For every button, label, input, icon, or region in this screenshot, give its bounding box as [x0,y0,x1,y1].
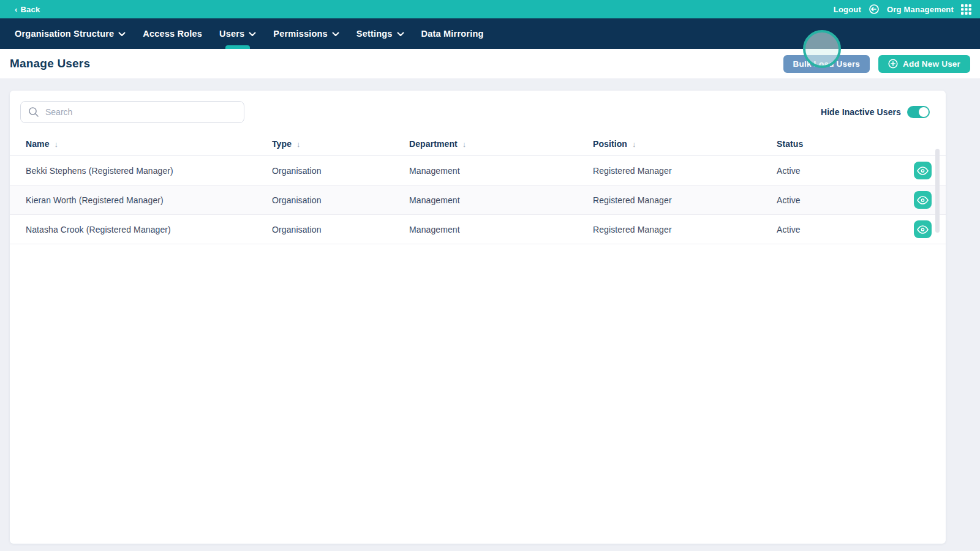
page-header: Manage Users Bulk Load Users Add New Use… [0,49,980,78]
column-header-label: Type [272,139,292,149]
chevron-down-icon [118,32,126,37]
column-header-position[interactable]: Position ↓ [593,139,777,149]
column-header-label: Department [409,139,458,149]
cell-name: Bekki Stephens (Registered Manager) [26,166,272,176]
cell-position: Registered Manager [593,225,777,234]
cell-department: Management [409,195,593,205]
org-management-button[interactable]: Org Management [887,5,954,14]
hide-inactive-toggle[interactable] [907,106,930,118]
nav-item-permissions[interactable]: Permissions [265,18,347,49]
nav-item-access-roles[interactable]: Access Roles [134,18,211,49]
nav-item-users[interactable]: Users [211,18,265,49]
nav-item-data-mirroring[interactable]: Data Mirroring [413,18,492,49]
cell-status: Active [777,195,899,205]
back-button[interactable]: ‹ Back [15,5,40,14]
cell-type: Organisation [272,166,409,176]
cell-type: Organisation [272,225,409,234]
chevron-down-icon [332,32,339,37]
search-icon [28,107,39,118]
table-body: Bekki Stephens (Registered Manager) Orga… [10,156,946,244]
cell-status: Active [777,225,899,234]
nav-item-label: Data Mirroring [421,29,484,39]
view-user-button[interactable] [914,220,932,238]
search-field-wrap [20,101,244,123]
nav-item-label: Organisation Structure [15,29,114,39]
view-user-button[interactable] [914,162,932,179]
column-header-label: Name [26,139,50,149]
page-title: Manage Users [10,57,90,70]
chevron-down-icon [397,32,404,37]
sort-arrow-icon: ↓ [55,140,59,149]
bulk-load-users-label: Bulk Load Users [793,59,861,69]
cell-name: Natasha Crook (Registered Manager) [26,225,272,234]
hide-inactive-label: Hide Inactive Users [821,107,901,117]
cell-type: Organisation [272,195,409,205]
search-input[interactable] [20,101,244,123]
back-label: Back [21,5,40,14]
nav-item-organisation-structure[interactable]: Organisation Structure [6,18,134,49]
view-user-button[interactable] [914,191,932,209]
column-header-type[interactable]: Type ↓ [272,139,409,149]
cell-position: Registered Manager [593,195,777,205]
add-new-user-label: Add New User [903,59,960,69]
column-header-department[interactable]: Department ↓ [409,139,593,149]
cell-department: Management [409,166,593,176]
logout-circle-arrow-icon[interactable] [869,4,880,15]
nav-item-settings[interactable]: Settings [348,18,413,49]
grid-apps-icon[interactable] [961,4,971,15]
eye-icon [917,167,929,175]
add-new-user-button[interactable]: Add New User [878,55,970,73]
nav-item-label: Permissions [273,29,327,39]
table-row[interactable]: Natasha Crook (Registered Manager) Organ… [10,215,946,244]
bulk-load-users-button[interactable]: Bulk Load Users [783,55,870,73]
table-row[interactable]: Bekki Stephens (Registered Manager) Orga… [10,156,946,186]
top-bar: ‹ Back Logout Org Management [0,0,980,18]
users-table: Name ↓ Type ↓ Department ↓ Position ↓ St… [10,132,946,244]
eye-icon [917,225,929,234]
cell-department: Management [409,225,593,234]
eye-icon [917,196,929,204]
cell-name: Kieran Worth (Registered Manager) [26,195,272,205]
chevron-down-icon [249,32,256,37]
plus-circle-icon [888,59,898,69]
logout-button[interactable]: Logout [834,5,861,14]
toggle-knob [919,107,929,117]
column-header-label: Position [593,139,627,149]
column-header-status[interactable]: Status [777,139,899,149]
main-nav: Organisation Structure Access Roles User… [0,18,980,49]
users-card: Hide Inactive Users Name ↓ Type ↓ Depart… [10,91,946,544]
table-header-row: Name ↓ Type ↓ Department ↓ Position ↓ St… [10,132,946,156]
cell-status: Active [777,166,899,176]
nav-item-label: Access Roles [143,29,202,39]
table-scrollbar[interactable] [935,149,940,233]
nav-item-label: Users [219,29,244,39]
sort-arrow-icon: ↓ [632,140,636,149]
nav-item-label: Settings [356,29,393,39]
sort-arrow-icon: ↓ [296,140,301,149]
column-header-name[interactable]: Name ↓ [26,139,272,149]
table-row[interactable]: Kieran Worth (Registered Manager) Organi… [10,186,946,215]
back-chevron-icon: ‹ [15,6,18,13]
cell-position: Registered Manager [593,166,777,176]
column-header-label: Status [777,139,803,149]
sort-arrow-icon: ↓ [462,140,467,149]
